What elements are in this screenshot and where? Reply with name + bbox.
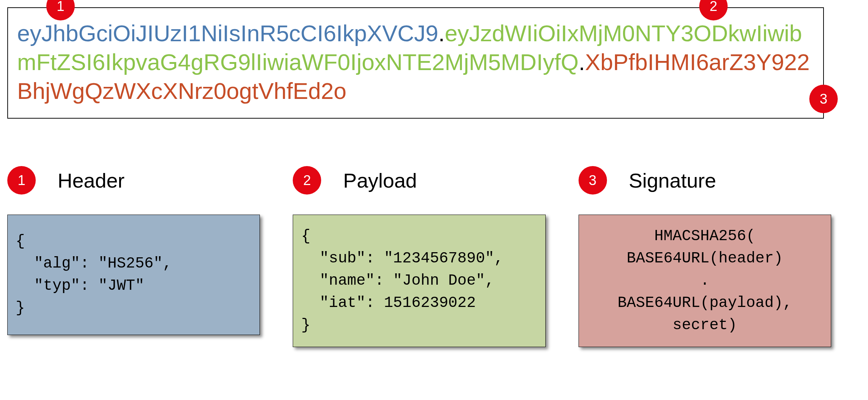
token-separator-1: . [438, 20, 445, 46]
badge-2-section: 2 [293, 166, 321, 195]
jwt-token-box: 1 2 3 eyJhbGciOiJIUzI1NiIsInR5cCI6IkpXVC… [7, 7, 824, 119]
section-signature-title: Signature [629, 169, 716, 192]
jwt-token-string: eyJhbGciOiJIUzI1NiIsInR5cCI6IkpXVCJ9.eyJ… [17, 19, 814, 105]
badge-3-token: 3 [809, 85, 838, 113]
badge-3-section: 3 [579, 166, 607, 195]
sections-row: 1 Header { "alg": "HS256", "typ": "JWT" … [7, 166, 831, 347]
badge-2-token: 2 [699, 0, 728, 20]
payload-code-card: { "sub": "1234567890", "name": "John Doe… [293, 215, 545, 347]
section-payload-heading: 2 Payload [293, 166, 545, 195]
section-header-title: Header [58, 169, 125, 192]
section-header: 1 Header { "alg": "HS256", "typ": "JWT" … [7, 166, 260, 347]
section-payload-title: Payload [343, 169, 417, 192]
token-header-segment: eyJhbGciOiJIUzI1NiIsInR5cCI6IkpXVCJ9 [17, 20, 438, 46]
section-payload: 2 Payload { "sub": "1234567890", "name":… [293, 166, 545, 347]
token-separator-2: . [579, 49, 585, 75]
section-signature-heading: 3 Signature [579, 166, 831, 195]
section-signature: 3 Signature HMACSHA256( BASE64URL(header… [579, 166, 831, 347]
badge-1-token: 1 [46, 0, 75, 20]
badge-1-section: 1 [7, 166, 36, 195]
header-code-card: { "alg": "HS256", "typ": "JWT" } [7, 215, 260, 335]
section-header-heading: 1 Header [7, 166, 260, 195]
signature-code-card: HMACSHA256( BASE64URL(header) . BASE64UR… [579, 215, 831, 347]
